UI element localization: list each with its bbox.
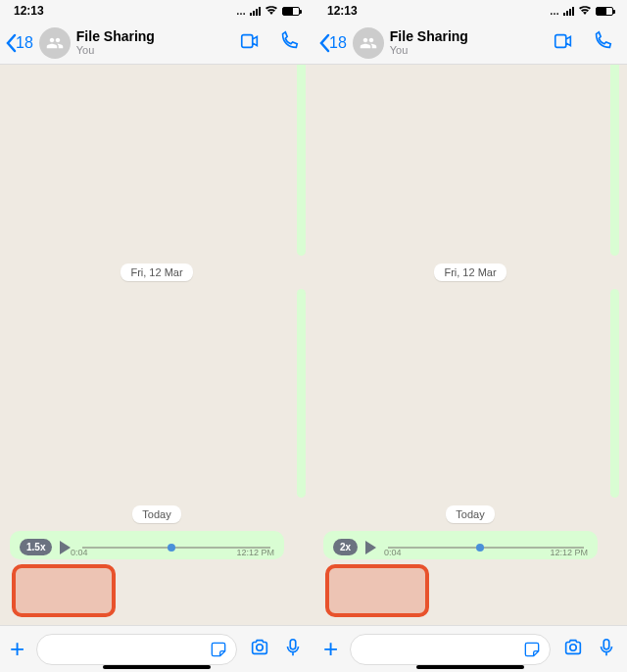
clock: 12:13 xyxy=(327,4,358,18)
status-indicators: … xyxy=(550,6,613,17)
group-icon xyxy=(360,34,377,52)
clock: 12:13 xyxy=(14,4,44,18)
play-icon[interactable] xyxy=(365,541,376,554)
cellular-icon xyxy=(563,7,574,16)
svg-point-0 xyxy=(257,644,263,649)
back-button[interactable]: 18 xyxy=(4,33,33,53)
play-icon[interactable] xyxy=(60,541,71,554)
chat-title-block[interactable]: File Sharing You xyxy=(76,29,227,56)
chat-header: 18 File Sharing You xyxy=(0,22,314,65)
message-input[interactable] xyxy=(36,634,237,665)
camera-button[interactable] xyxy=(562,637,584,662)
camera-button[interactable] xyxy=(249,637,270,662)
unread-count: 18 xyxy=(16,34,33,52)
voice-message[interactable]: 2x 0:04 12:12 PM xyxy=(323,531,598,559)
audio-duration: 0:04 xyxy=(71,548,88,557)
voice-call-button[interactable] xyxy=(272,30,306,56)
phone-left: 12:13 … 18 File Sharing You xyxy=(0,0,314,672)
audio-timestamp: 12:12 PM xyxy=(550,548,588,557)
group-avatar[interactable] xyxy=(353,27,384,59)
unread-count: 18 xyxy=(329,34,347,52)
audio-timestamp: 12:12 PM xyxy=(236,548,274,557)
wifi-icon xyxy=(265,6,278,16)
chat-subtitle: You xyxy=(390,44,541,56)
voice-message[interactable]: 1.5x 0:04 12:12 PM xyxy=(10,531,284,559)
messages-area[interactable]: 12:56 PM✓ 12:56 PM✓ 12:56 PM✓ 12:56 PM✓ … xyxy=(314,65,627,625)
sticker-button[interactable] xyxy=(522,640,542,663)
voice-call-button[interactable] xyxy=(586,30,619,56)
back-button[interactable]: 18 xyxy=(317,33,347,53)
chat-title-block[interactable]: File Sharing You xyxy=(390,29,541,56)
message-input[interactable] xyxy=(350,634,551,665)
date-separator: Today xyxy=(132,505,180,523)
chat-title: File Sharing xyxy=(390,29,541,44)
phone-right: 12:13 … 18 File Sharing You xyxy=(314,0,627,672)
status-bar: 12:13 … xyxy=(314,0,627,22)
date-separator: Today xyxy=(446,505,494,523)
media-album[interactable]: 12:56 PM✓ 12:56 PM✓ 12:56 PM✓ 12:56 PM✓ xyxy=(297,65,306,256)
media-album[interactable]: 2:50 PM✓ 2:50 PM✓ 2:50 PM✓ +5 xyxy=(610,289,619,498)
cellular-icon xyxy=(250,7,261,16)
mic-button[interactable] xyxy=(596,637,617,662)
battery-icon xyxy=(596,7,613,16)
audio-duration: 0:04 xyxy=(384,548,402,557)
video-call-button[interactable] xyxy=(233,30,266,56)
chat-header: 18 File Sharing You xyxy=(314,22,627,65)
attach-button[interactable]: + xyxy=(10,634,24,664)
media-album[interactable]: 12:56 PM✓ 12:56 PM✓ 12:56 PM✓ 12:56 PM✓ xyxy=(610,65,619,256)
chat-subtitle: You xyxy=(76,44,227,56)
date-separator: Fri, 12 Mar xyxy=(121,264,192,281)
battery-icon xyxy=(282,7,300,16)
media-album[interactable]: 2:50 PM✓ 2:50 PM✓ 2:50 PM✓ +5 xyxy=(297,289,306,498)
mic-button[interactable] xyxy=(282,637,304,662)
wifi-icon xyxy=(578,6,592,16)
chat-title: File Sharing xyxy=(76,29,227,44)
messages-area[interactable]: 12:56 PM✓ 12:56 PM✓ 12:56 PM✓ 12:56 PM✓ … xyxy=(0,65,314,625)
group-icon xyxy=(46,34,64,52)
playback-speed-button[interactable]: 2x xyxy=(333,539,358,555)
home-indicator[interactable] xyxy=(416,665,524,669)
home-indicator[interactable] xyxy=(103,665,211,669)
sticker-button[interactable] xyxy=(209,640,228,663)
attach-button[interactable]: + xyxy=(323,634,338,664)
group-avatar[interactable] xyxy=(39,27,71,59)
svg-point-1 xyxy=(570,644,576,649)
date-separator: Fri, 12 Mar xyxy=(434,264,506,281)
video-call-button[interactable] xyxy=(547,30,580,56)
status-bar: 12:13 … xyxy=(0,0,314,22)
playback-speed-button[interactable]: 1.5x xyxy=(20,539,52,555)
status-indicators: … xyxy=(236,6,300,17)
